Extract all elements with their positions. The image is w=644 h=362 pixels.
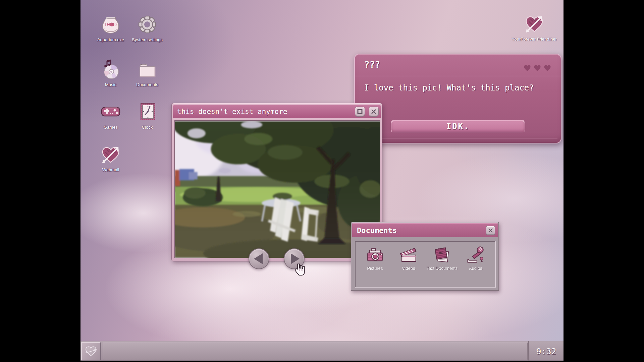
start-button[interactable]	[81, 342, 101, 360]
close-button[interactable]	[486, 226, 495, 235]
notepad-icon	[425, 245, 459, 264]
taskbar-tray	[103, 343, 528, 360]
forward-icon	[291, 253, 300, 264]
desktop-icon-system-settings[interactable]: System settings	[130, 14, 165, 43]
screen: Aquarium.exe System settings	[0, 0, 644, 362]
hand-cursor	[293, 263, 306, 278]
desktop-icon-aquarium[interactable]: Aquarium.exe	[93, 14, 128, 43]
taskbar-clock: 9:32	[536, 347, 556, 356]
idk-button[interactable]: IDK.	[391, 120, 525, 133]
chat-message: I love this pic! What's this place?	[364, 83, 534, 93]
documents-titlebar[interactable]: Documents	[352, 223, 498, 237]
gamepad-icon	[93, 102, 128, 123]
chat-window: ??? I love this pic! What's this place? …	[354, 54, 561, 143]
heart-arrow-icon	[93, 144, 128, 166]
viewer-title: this doesn't exist anymore	[177, 108, 355, 116]
close-icon	[371, 109, 377, 115]
viewer-titlebar[interactable]: this doesn't exist anymore	[173, 105, 381, 118]
documents-item-label: Audios	[459, 266, 492, 272]
back-icon	[254, 253, 263, 264]
microphone-icon	[459, 245, 492, 264]
desktop-icon-label: Aquarium.exe	[93, 37, 128, 43]
photo-garden	[174, 120, 380, 258]
documents-title: Documents	[357, 226, 486, 235]
heart-icon	[523, 64, 531, 72]
taskbar: 9:32	[80, 341, 564, 361]
taskbar-clock-section: 9:32	[528, 341, 564, 361]
clapperboard-icon	[392, 245, 425, 264]
desktop-icon-forever-friend[interactable]: YourForever Friend.her	[512, 13, 557, 42]
documents-item-audios[interactable]: Audios	[459, 245, 492, 287]
fishbowl-icon	[93, 14, 128, 36]
documents-window: Documents	[351, 222, 499, 291]
desktop-icon-documents[interactable]: Documents	[130, 59, 165, 88]
documents-item-label: Videos	[392, 266, 425, 272]
chat-titlebar-hearts	[523, 64, 551, 72]
heart-icon	[543, 64, 551, 72]
gear-icon	[130, 14, 165, 36]
heart-logo-icon	[84, 344, 98, 358]
letterbox-right	[564, 0, 644, 362]
desktop-icon-label: Documents	[130, 82, 165, 88]
desktop-icon-clock[interactable]: Clock	[130, 102, 165, 130]
desktop-icon-label: Clock	[130, 125, 165, 130]
desktop-icon-label: Webmail	[93, 167, 128, 173]
chat-window-title: ???	[364, 60, 380, 70]
documents-item-label: Text Documents	[425, 266, 459, 272]
folder-icon	[130, 59, 165, 80]
clock-icon	[130, 102, 165, 123]
desktop-icon-games[interactable]: Games	[93, 102, 128, 130]
close-button[interactable]	[369, 107, 379, 117]
desktop-icon-label: Music	[93, 82, 128, 88]
photo-scanlines	[175, 121, 380, 258]
documents-item-videos[interactable]: Videos	[392, 245, 425, 287]
camera-icon	[358, 245, 392, 264]
desktop-icon-label: Games	[93, 125, 128, 130]
chat-title-divider	[355, 76, 561, 76]
heart-arrow-icon	[512, 13, 557, 35]
desktop-icon-webmail[interactable]: Webmail	[93, 144, 128, 173]
previous-image-button[interactable]	[249, 248, 269, 269]
documents-item-pictures[interactable]: Pictures	[358, 245, 392, 287]
desktop-icon-label: System settings	[130, 37, 165, 43]
maximize-button[interactable]	[355, 107, 365, 117]
desktop-icon-music[interactable]: Music	[93, 59, 128, 88]
cd-icon	[93, 59, 128, 80]
close-icon	[488, 228, 493, 233]
letterbox-left	[0, 0, 80, 362]
documents-item-text-documents[interactable]: Text Documents	[425, 245, 459, 287]
chat-bottom-line	[358, 138, 557, 138]
documents-item-label: Pictures	[358, 266, 392, 272]
heart-icon	[533, 64, 541, 72]
documents-panel: Pictures Videos	[355, 241, 496, 288]
desktop-icon-label: YourForever Friend.her	[512, 37, 557, 42]
maximize-icon	[357, 109, 363, 115]
